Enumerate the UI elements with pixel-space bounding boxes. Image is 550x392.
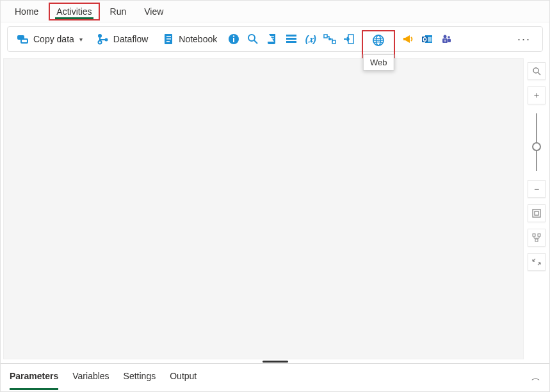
list-icon[interactable] [285, 33, 298, 45]
web-button-highlight: Web [362, 30, 395, 67]
main-area: ＋ − [1, 56, 549, 359]
script-icon[interactable] [266, 33, 279, 45]
pipeline-icon[interactable] [323, 33, 336, 45]
svg-point-5 [104, 38, 108, 42]
svg-point-3 [98, 34, 102, 38]
svg-point-13 [248, 35, 255, 41]
notebook-button[interactable]: Notebook [158, 30, 221, 48]
move-in-icon[interactable] [343, 33, 355, 45]
svg-rect-20 [324, 35, 327, 38]
svg-rect-7 [166, 36, 171, 37]
svg-point-4 [98, 41, 101, 44]
tab-output[interactable]: Output [170, 371, 197, 385]
copy-data-icon [17, 33, 29, 45]
copy-data-button[interactable]: Copy data ▾ [13, 30, 86, 48]
collapse-button[interactable] [528, 253, 546, 271]
svg-rect-2 [22, 40, 27, 42]
bottom-panel: Parameters Variables Settings Output ︿ [1, 363, 549, 391]
activities-toolbar: Copy data ▾ Dataflow Notebook (𝑥) [7, 26, 543, 52]
zoom-out-button[interactable]: − [528, 180, 546, 198]
svg-rect-18 [286, 38, 296, 40]
svg-rect-34 [448, 39, 451, 43]
dataflow-button[interactable]: Dataflow [93, 30, 152, 48]
tab-parameters[interactable]: Parameters [10, 371, 58, 385]
web-icon[interactable] [372, 34, 385, 47]
svg-rect-11 [233, 38, 234, 42]
info-icon[interactable] [227, 33, 240, 45]
search-icon[interactable] [247, 33, 259, 45]
more-button[interactable]: ··· [517, 33, 537, 46]
svg-point-36 [533, 68, 538, 73]
top-tabs: Home Activities Run View [1, 1, 549, 22]
svg-text:T: T [444, 39, 446, 43]
notebook-label: Notebook [179, 34, 217, 44]
svg-line-37 [538, 72, 540, 75]
web-tooltip: Web [363, 54, 394, 70]
auto-align-button[interactable] [528, 229, 546, 247]
svg-rect-17 [286, 35, 296, 37]
canvas-side-controls: ＋ − [524, 56, 549, 359]
outlook-icon[interactable] [421, 33, 433, 45]
zoom-in-button[interactable]: ＋ [528, 86, 546, 104]
tab-view[interactable]: View [136, 3, 171, 20]
dataflow-icon [97, 33, 109, 45]
zoom-slider-knob[interactable] [532, 142, 541, 151]
notebook-icon [162, 33, 175, 45]
tab-activities[interactable]: Activities [49, 3, 99, 20]
tab-settings[interactable]: Settings [124, 371, 156, 385]
canvas-search-button[interactable] [528, 62, 546, 80]
svg-point-32 [448, 36, 450, 38]
svg-rect-9 [166, 41, 170, 42]
svg-rect-16 [270, 38, 274, 38]
tab-variables[interactable]: Variables [72, 371, 109, 385]
teams-icon[interactable]: T [440, 33, 453, 45]
dataflow-label: Dataflow [113, 34, 148, 44]
panel-collapse-caret[interactable]: ︿ [531, 372, 540, 384]
svg-rect-8 [166, 38, 171, 40]
variable-icon[interactable]: (𝑥) [304, 33, 317, 45]
tab-run[interactable]: Run [102, 3, 134, 20]
fit-screen-button[interactable] [528, 204, 546, 222]
svg-rect-19 [286, 41, 296, 43]
megaphone-icon[interactable] [401, 33, 414, 45]
svg-point-31 [444, 35, 447, 38]
copy-data-label: Copy data [33, 34, 74, 44]
svg-rect-40 [533, 234, 535, 236]
svg-rect-38 [533, 209, 540, 217]
zoom-slider[interactable] [536, 113, 537, 171]
pipeline-canvas[interactable] [3, 58, 524, 359]
svg-line-14 [254, 40, 257, 44]
tab-home[interactable]: Home [7, 3, 46, 20]
svg-rect-42 [535, 239, 538, 241]
svg-point-12 [233, 35, 234, 37]
chevron-down-icon: ▾ [79, 36, 83, 43]
svg-rect-15 [270, 36, 274, 37]
svg-rect-41 [538, 234, 540, 236]
svg-rect-39 [535, 211, 538, 215]
